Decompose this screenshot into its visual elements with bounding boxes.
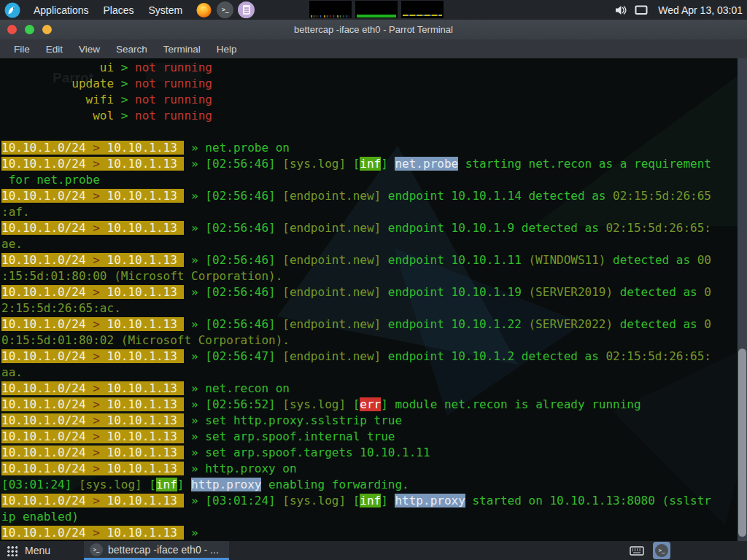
app-grid-icon[interactable]: [7, 545, 18, 556]
terminal-row: [1, 124, 711, 140]
terminal-row: 10.10.1.0/24 > 10.10.1.13 » [02:56:52] […: [1, 397, 711, 413]
taskbar-tray: >_: [630, 542, 670, 559]
task-label: bettercap -iface eth0 - ...: [108, 544, 219, 556]
terminal-row: update > not running: [1, 76, 711, 92]
maximize-button[interactable]: [42, 25, 52, 34]
places-menu[interactable]: Places: [96, 0, 142, 20]
terminal-row: 10.10.1.0/24 > 10.10.1.13 » [02:56:47] […: [1, 349, 711, 365]
terminal-row: :15:5d:01:80:00 (Microsoft Corporation).: [1, 268, 711, 284]
firefox-icon[interactable]: [196, 1, 212, 18]
terminal-task-icon: >_: [90, 543, 103, 556]
terminal-row: 10.10.1.0/24 > 10.10.1.13 » net.probe on: [1, 140, 711, 156]
terminal-row: :af.: [1, 204, 711, 220]
terminal-tray-icon[interactable]: >_: [653, 542, 670, 559]
display-icon[interactable]: [635, 4, 648, 16]
terminal-row: 10.10.1.0/24 > 10.10.1.13 » net.recon on: [1, 381, 711, 397]
terminal-row: wol > not running: [1, 108, 711, 124]
taskbar-task-bettercap[interactable]: >_ bettercap -iface eth0 - ...: [84, 541, 229, 560]
memory-graph[interactable]: [355, 1, 398, 18]
files-launcher-icon[interactable]: [238, 1, 255, 18]
network-graph[interactable]: [401, 1, 444, 18]
terminal-row: 10.10.1.0/24 > 10.10.1.13 » [02:56:46] […: [1, 284, 711, 300]
taskbar: Menu >_ bettercap -iface eth0 - ... >_: [0, 541, 747, 560]
terminal-row: 10.10.1.0/24 > 10.10.1.13 »: [1, 525, 711, 541]
system-monitors: [309, 1, 444, 18]
terminal-row: 10.10.1.0/24 > 10.10.1.13 » set arp.spoo…: [1, 445, 711, 461]
window-titlebar[interactable]: bettercap -iface eth0 - Parrot Terminal: [0, 20, 747, 39]
clock[interactable]: Wed Apr 13, 03:01: [658, 4, 743, 16]
terminal-menubar: File Edit View Search Terminal Help: [0, 39, 747, 58]
terminal-launcher-icon[interactable]: >_: [217, 1, 233, 18]
window-controls: [7, 25, 52, 34]
terminal-row: ip enabled): [1, 509, 711, 525]
scrollbar-thumb[interactable]: [738, 349, 746, 537]
menu-help[interactable]: Help: [209, 39, 245, 58]
applications-menu[interactable]: Applications: [26, 0, 96, 20]
volume-icon[interactable]: [614, 4, 627, 16]
panel-tray: Wed Apr 13, 03:01: [614, 0, 743, 20]
taskbar-menu-button[interactable]: Menu: [25, 545, 50, 556]
terminal-row: 2:15:5d:26:65:ac.: [1, 300, 711, 316]
terminal-row: 10.10.1.0/24 > 10.10.1.13 » [02:56:46] […: [1, 316, 711, 332]
terminal-row: [03:01:24] [sys.log] [inf] http.proxy en…: [1, 477, 711, 493]
terminal-row: 10.10.1.0/24 > 10.10.1.13 » [02:56:46] […: [1, 156, 711, 172]
terminal-output: ui > not running update > not running wi…: [1, 60, 711, 541]
terminal-row: aa.: [1, 365, 711, 381]
terminal-row: ae.: [1, 236, 711, 252]
terminal-row: 10.10.1.0/24 > 10.10.1.13 » http.proxy o…: [1, 461, 711, 477]
terminal-viewport[interactable]: Parrot ui > not running update > not run…: [0, 58, 747, 541]
terminal-row: for net.probe: [1, 172, 711, 188]
terminal-row: 10.10.1.0/24 > 10.10.1.13 » [02:56:46] […: [1, 220, 711, 236]
terminal-row: wifi > not running: [1, 92, 711, 108]
terminal-row: 10.10.1.0/24 > 10.10.1.13 » [03:01:24] […: [1, 493, 711, 509]
terminal-row: 10.10.1.0/24 > 10.10.1.13 » [02:56:46] […: [1, 252, 711, 268]
window-title: bettercap -iface eth0 - Parrot Terminal: [0, 24, 747, 35]
system-menu[interactable]: System: [142, 0, 190, 20]
top-panel: Applications Places System >_: [0, 0, 747, 20]
menu-edit[interactable]: Edit: [38, 39, 71, 58]
menu-view[interactable]: View: [71, 39, 108, 58]
terminal-tray-glyph: >_: [655, 544, 668, 557]
close-button[interactable]: [7, 25, 17, 34]
terminal-row: 10.10.1.0/24 > 10.10.1.13 » set arp.spoo…: [1, 429, 711, 445]
parrot-menu-icon[interactable]: [4, 2, 20, 18]
terminal-row: 10.10.1.0/24 > 10.10.1.13 » set http.pro…: [1, 413, 711, 429]
terminal-row: 10.10.1.0/24 > 10.10.1.13 » [02:56:46] […: [1, 188, 711, 204]
minimize-button[interactable]: [25, 25, 34, 34]
keyboard-layout-icon[interactable]: [630, 545, 644, 556]
scrollbar-track[interactable]: [738, 58, 747, 541]
cpu-load-graph[interactable]: [309, 1, 352, 18]
quick-launchers: >_: [196, 1, 255, 18]
menu-file[interactable]: File: [6, 39, 38, 58]
menu-search[interactable]: Search: [108, 39, 155, 58]
terminal-row: ui > not running: [1, 60, 711, 76]
menu-terminal[interactable]: Terminal: [155, 39, 209, 58]
terminal-row: 0:15:5d:01:80:02 (Microsoft Corporation)…: [1, 332, 711, 349]
